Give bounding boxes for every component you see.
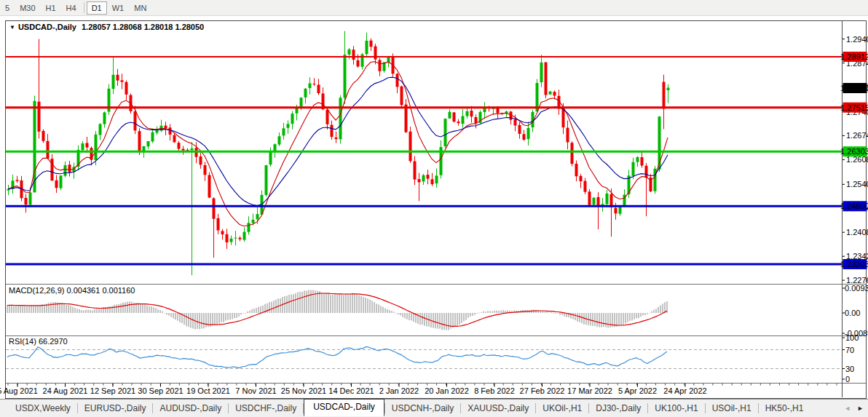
macd-histogram-bar xyxy=(548,313,550,314)
macd-histogram-bar xyxy=(92,311,93,313)
chart-dropdown-icon[interactable]: ▼ xyxy=(9,24,15,31)
macd-histogram-bar xyxy=(31,306,32,313)
candle xyxy=(619,207,622,214)
macd-histogram-bar xyxy=(306,291,307,314)
timeframe-button-h1[interactable]: H1 xyxy=(41,1,61,15)
macd-histogram-bar xyxy=(443,313,445,330)
tab-eurusd-daily[interactable]: EURUSD-,Daily xyxy=(78,401,153,416)
rsi-tick-label: 70 xyxy=(845,346,854,354)
candle xyxy=(309,84,312,89)
candle xyxy=(588,191,591,205)
macd-histogram-bar xyxy=(651,311,652,313)
tab-ukoil-h1[interactable]: UKOil-,H1 xyxy=(536,401,588,416)
macd-histogram-bar xyxy=(155,308,157,313)
macd-histogram-bar xyxy=(345,295,347,313)
candle xyxy=(357,60,360,67)
macd-histogram-bar xyxy=(13,306,15,313)
macd-histogram-bar xyxy=(546,311,548,313)
tab-usdx-weekly[interactable]: USDX,Weekly xyxy=(9,401,77,416)
macd-histogram-bar xyxy=(577,313,578,322)
macd-histogram-bar xyxy=(81,310,82,313)
macd-histogram-bar xyxy=(494,311,495,313)
macd-histogram-bar xyxy=(125,302,126,313)
macd-histogram-bar xyxy=(644,313,646,315)
candle xyxy=(182,149,185,151)
macd-histogram-bar xyxy=(498,311,500,313)
date-label: 30 Sep 2021 xyxy=(138,386,183,395)
candle xyxy=(117,75,119,81)
macd-histogram-bar xyxy=(28,306,30,313)
macd-histogram-bar xyxy=(664,302,666,313)
candle xyxy=(313,84,316,84)
timeframe-button-d1[interactable]: D1 xyxy=(87,1,107,15)
macd-histogram-bar xyxy=(625,313,626,324)
candle xyxy=(95,135,98,160)
date-label: 27 Feb 2022 xyxy=(520,386,565,395)
candle xyxy=(409,132,412,162)
candle xyxy=(178,143,181,149)
macd-histogram-bar xyxy=(603,313,604,327)
tab-usdcad-daily[interactable]: USDCAD-,Daily xyxy=(304,399,384,416)
macd-histogram-bar xyxy=(542,311,543,314)
macd-histogram-bar xyxy=(330,295,331,313)
macd-histogram-bar xyxy=(100,309,102,313)
macd-histogram-bar xyxy=(439,313,441,329)
macd-histogram-bar xyxy=(332,295,334,313)
timeframe-button-w1[interactable]: W1 xyxy=(107,1,130,15)
macd-histogram-bar xyxy=(48,303,50,313)
macd-histogram-bar xyxy=(293,294,294,313)
tab-hk50-h1[interactable]: HK50-,H1 xyxy=(759,401,810,416)
macd-histogram-bar xyxy=(249,311,250,313)
macd-histogram-bar xyxy=(623,313,624,325)
tab-usdcnh-daily[interactable]: USDCNH-,Daily xyxy=(385,401,460,416)
date-label: 14 Dec 2021 xyxy=(328,386,374,395)
macd-histogram-bar xyxy=(291,295,292,314)
macd-histogram-bar xyxy=(66,305,67,313)
level-price-badge-label: 1.24800 xyxy=(840,202,868,210)
macd-histogram-bar xyxy=(186,313,187,326)
macd-histogram-bar xyxy=(655,309,657,313)
tab-uk100-h1[interactable]: UK100-,H1 xyxy=(648,401,704,416)
macd-histogram-bar xyxy=(559,313,561,315)
macd-histogram-bar xyxy=(236,313,237,318)
macd-histogram-bar xyxy=(402,313,403,317)
macd-histogram-bar xyxy=(356,295,358,313)
tab-scroll-right-icon[interactable]: ► xyxy=(857,405,864,412)
macd-histogram-bar xyxy=(406,313,408,319)
macd-histogram-bar xyxy=(561,313,563,315)
tab-dj30-daily[interactable]: DJ30-,Daily xyxy=(589,401,647,416)
macd-histogram-bar xyxy=(634,313,635,319)
timeframe-button-m30[interactable]: M30 xyxy=(15,1,40,15)
macd-histogram-bar xyxy=(502,310,504,313)
timeframe-button-mn[interactable]: MN xyxy=(129,1,151,15)
macd-tick-label: 0.00 xyxy=(845,309,860,317)
tab-scroll-left-icon[interactable]: ◄ xyxy=(844,405,851,412)
macd-histogram-bar xyxy=(557,313,559,314)
candle xyxy=(248,223,250,232)
macd-histogram-bar xyxy=(467,313,469,318)
candle xyxy=(658,116,661,170)
tab-usdchf-daily[interactable]: USDCHF-,Daily xyxy=(229,401,303,416)
macd-histogram-bar xyxy=(146,306,148,313)
macd-histogram-bar xyxy=(662,303,663,313)
price-tick-label: 1.26740 xyxy=(846,131,868,140)
timeframe-button-5[interactable]: 5 xyxy=(0,1,15,15)
candle xyxy=(252,220,255,223)
macd-histogram-bar xyxy=(26,306,28,313)
tab-xauusd-daily[interactable]: XAUUSD-,Daily xyxy=(461,401,535,416)
tab-audusd-daily[interactable]: AUDUSD-,Daily xyxy=(153,401,228,416)
tab-usoil-h1[interactable]: USOil-,H1 xyxy=(706,401,758,416)
macd-histogram-bar xyxy=(629,313,631,321)
candle xyxy=(213,199,216,219)
macd-histogram-bar xyxy=(258,307,259,313)
macd-histogram-bar xyxy=(184,313,185,325)
level-price-badge-label: 1.26303 xyxy=(840,147,868,156)
macd-histogram-bar xyxy=(437,313,438,329)
trading-platform-window: 5M30H1H4D1W1MN 1.294001.287401.280801.27… xyxy=(0,0,868,417)
chart-canvas[interactable]: 1.294001.287401.280801.274001.267401.260… xyxy=(0,0,868,399)
macd-histogram-bar xyxy=(168,313,170,316)
macd-histogram-bar xyxy=(601,313,602,327)
macd-histogram-bar xyxy=(223,313,224,322)
macd-histogram-bar xyxy=(96,309,98,313)
timeframe-button-h4[interactable]: H4 xyxy=(61,1,82,15)
